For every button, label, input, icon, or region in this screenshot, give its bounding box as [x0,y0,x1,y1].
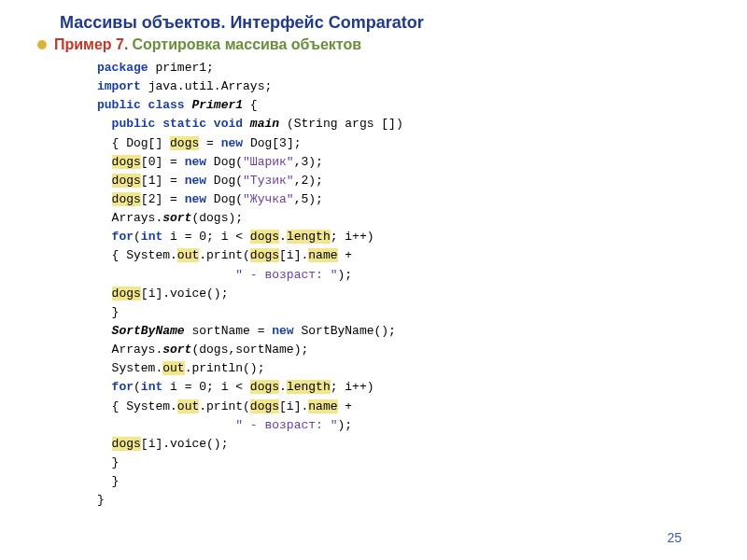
subtitle-strong: Пример 7. [54,36,128,53]
slide: Массивы объектов. Интерфейс Comparator П… [0,0,747,560]
page-number: 25 [667,530,682,545]
subtitle-rest: Сортировка массива объектов [132,36,361,53]
slide-title: Массивы объектов. Интерфейс Comparator [60,13,710,33]
code-block: package primer1; import java.util.Arrays… [97,59,710,510]
subtitle-row: Пример 7. Сортировка массива объектов [37,36,710,53]
bullet-icon [37,40,47,49]
